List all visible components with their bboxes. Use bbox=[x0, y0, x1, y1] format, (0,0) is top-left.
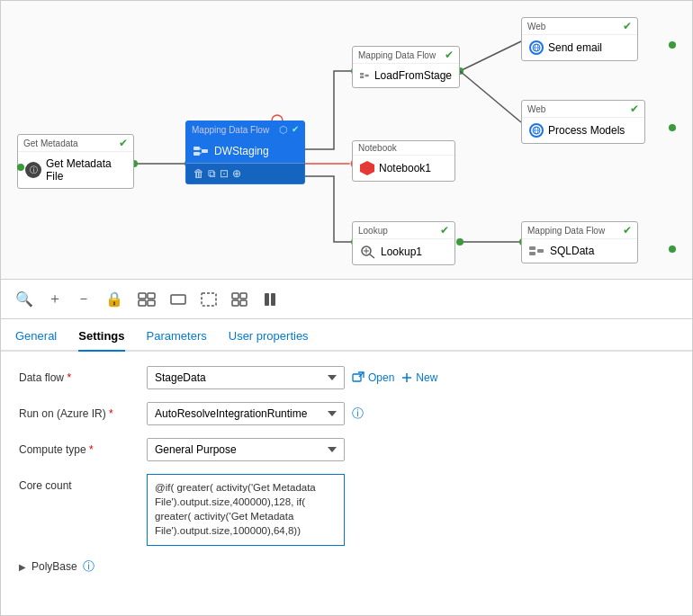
web-icon2 bbox=[529, 123, 544, 138]
svg-rect-39 bbox=[171, 295, 185, 304]
compute-type-dropdown[interactable]: General Purpose bbox=[147, 438, 345, 461]
info-icon[interactable]: ⓘ bbox=[352, 406, 364, 422]
select-icon[interactable] bbox=[201, 292, 217, 307]
svg-rect-14 bbox=[194, 147, 200, 150]
polybase-info-icon[interactable]: ⓘ bbox=[83, 558, 94, 575]
svg-rect-15 bbox=[194, 152, 200, 156]
settings-tabs: General Settings Parameters User propert… bbox=[1, 319, 692, 352]
node-sql-data[interactable]: Mapping Data Flow ✔ SQLData bbox=[521, 221, 638, 263]
dataflow-icon2 bbox=[360, 69, 370, 82]
data-flow-label: Data flow * bbox=[19, 371, 136, 384]
svg-rect-47 bbox=[353, 374, 361, 381]
svg-rect-19 bbox=[360, 73, 364, 75]
svg-rect-46 bbox=[271, 293, 275, 306]
input-dot-get-metadata bbox=[17, 164, 24, 171]
tab-user-properties[interactable]: User properties bbox=[229, 324, 309, 352]
compute-type-label: Compute type * bbox=[19, 443, 136, 456]
svg-rect-34 bbox=[537, 249, 544, 253]
fit-width-icon[interactable] bbox=[170, 292, 186, 307]
dataflow-icon3 bbox=[529, 245, 545, 257]
lookup-icon bbox=[360, 245, 376, 259]
expand-polybase-icon[interactable]: ▶ bbox=[19, 562, 26, 572]
add-output-icon[interactable]: ⊕ bbox=[232, 167, 241, 180]
svg-line-18 bbox=[200, 153, 202, 154]
svg-rect-35 bbox=[139, 293, 146, 299]
run-on-input-group: AutoResolveIntegrationRuntime ⓘ bbox=[147, 402, 674, 425]
open-icon bbox=[352, 371, 364, 384]
svg-rect-21 bbox=[364, 75, 368, 76]
notebook-icon bbox=[360, 161, 374, 175]
core-count-expression[interactable]: @if( greater( activity('Get Metadata Fil… bbox=[147, 474, 345, 546]
polybase-row[interactable]: ▶ PolyBase ⓘ bbox=[19, 558, 674, 575]
external-link-icon[interactable]: ⬡ bbox=[279, 124, 288, 136]
node-process-models[interactable]: Web ✔ Process Models bbox=[521, 100, 645, 144]
settings-panel: Data flow * StageData Open New Ru bbox=[1, 352, 692, 615]
zoom-out-icon[interactable]: － bbox=[76, 290, 91, 308]
run-on-row: Run on (Azure IR) * AutoResolveIntegrati… bbox=[19, 402, 674, 425]
core-count-row: Core count @if( greater( activity('Get M… bbox=[19, 474, 674, 546]
core-count-input-group: @if( greater( activity('Get Metadata Fil… bbox=[147, 474, 674, 546]
dataflow-icon bbox=[194, 145, 210, 157]
svg-rect-41 bbox=[232, 293, 238, 299]
node-load-from-stage[interactable]: Mapping Data Flow ✔ LoadFromStage bbox=[352, 46, 460, 88]
node-get-metadata[interactable]: Get Metadata ✔ ⓘ Get Metadata File bbox=[17, 134, 134, 189]
node-dw-staging[interactable]: Mapping Data Flow ⬡ ✔ DWStaging 🗑 ⧉ bbox=[185, 121, 305, 184]
svg-rect-32 bbox=[529, 246, 536, 250]
compute-type-row: Compute type * General Purpose bbox=[19, 438, 674, 461]
tab-general[interactable]: General bbox=[15, 324, 57, 352]
search-icon[interactable]: 🔍 bbox=[15, 290, 33, 308]
delete-icon[interactable]: 🗑 bbox=[194, 167, 204, 180]
svg-line-17 bbox=[200, 148, 202, 149]
svg-rect-44 bbox=[240, 300, 247, 306]
expand-icon[interactable]: ⊡ bbox=[220, 167, 229, 180]
grid-icon[interactable] bbox=[231, 292, 248, 307]
open-button[interactable]: Open bbox=[352, 371, 394, 384]
svg-rect-16 bbox=[202, 149, 208, 153]
svg-line-9 bbox=[460, 71, 521, 122]
tab-settings[interactable]: Settings bbox=[78, 324, 124, 352]
svg-rect-42 bbox=[240, 293, 247, 299]
svg-point-11 bbox=[456, 238, 464, 246]
tab-parameters[interactable]: Parameters bbox=[147, 324, 207, 352]
node-send-email[interactable]: Web ✔ Send email bbox=[521, 17, 638, 61]
svg-rect-37 bbox=[139, 300, 146, 306]
svg-rect-20 bbox=[360, 76, 364, 78]
data-flow-dropdown[interactable]: StageData bbox=[147, 366, 345, 389]
fit-all-icon[interactable] bbox=[138, 292, 156, 307]
run-on-dropdown[interactable]: AutoResolveIntegrationRuntime bbox=[147, 402, 345, 425]
svg-line-23 bbox=[370, 254, 374, 258]
theme-icon[interactable] bbox=[262, 292, 278, 307]
svg-rect-43 bbox=[232, 300, 238, 306]
plus-icon bbox=[401, 372, 412, 383]
canvas-toolbar: 🔍 ＋ － 🔒 bbox=[1, 280, 692, 319]
copy-icon[interactable]: ⧉ bbox=[208, 167, 216, 180]
core-count-label: Core count bbox=[19, 474, 136, 492]
output-dot-sql-data bbox=[669, 246, 676, 253]
data-flow-row: Data flow * StageData Open New bbox=[19, 366, 674, 389]
svg-rect-38 bbox=[148, 300, 155, 306]
zoom-in-icon[interactable]: ＋ bbox=[48, 290, 62, 308]
svg-rect-36 bbox=[148, 293, 155, 299]
svg-line-7 bbox=[460, 41, 521, 71]
run-on-label: Run on (Azure IR) * bbox=[19, 407, 136, 420]
metadata-icon: ⓘ bbox=[25, 162, 41, 178]
lock-icon[interactable]: 🔒 bbox=[105, 290, 123, 308]
svg-rect-40 bbox=[202, 293, 216, 306]
pipeline-canvas[interactable]: Get Metadata ✔ ⓘ Get Metadata File Mappi… bbox=[1, 1, 692, 280]
node-check-icon: ✔ bbox=[292, 124, 299, 136]
output-dot-process-models bbox=[669, 124, 676, 131]
output-dot-send-email bbox=[669, 41, 676, 49]
new-button[interactable]: New bbox=[401, 371, 437, 384]
data-flow-input-group: StageData Open New bbox=[147, 366, 674, 389]
node-notebook1[interactable]: Notebook Notebook1 bbox=[352, 140, 455, 182]
node-lookup1[interactable]: Lookup ✔ Lookup1 bbox=[352, 221, 455, 265]
compute-type-input-group: General Purpose bbox=[147, 438, 674, 461]
svg-rect-45 bbox=[265, 293, 269, 306]
web-icon1 bbox=[529, 40, 544, 55]
svg-rect-33 bbox=[529, 252, 536, 255]
